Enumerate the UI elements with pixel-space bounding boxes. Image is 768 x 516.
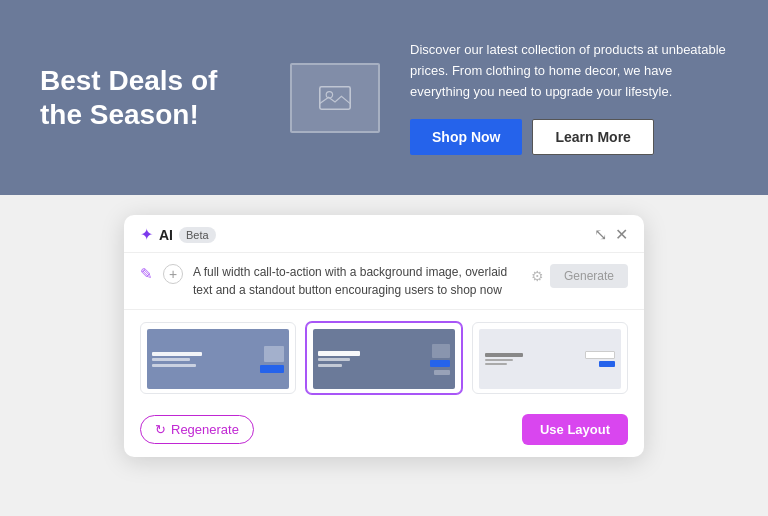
prompt-actions: ⚙ Generate (531, 264, 628, 288)
hero-description: Discover our latest collection of produc… (410, 40, 728, 102)
ai-panel-header: ✦ AI Beta ⤡ ✕ (124, 215, 644, 253)
ai-sparkle-icon: ✦ (140, 225, 153, 244)
hero-right: Discover our latest collection of produc… (410, 40, 728, 154)
minimize-icon[interactable]: ⤡ (594, 227, 607, 243)
ai-label: AI (159, 227, 173, 243)
hero-buttons: Shop Now Learn More (410, 119, 728, 155)
learn-more-button[interactable]: Learn More (532, 119, 653, 155)
regenerate-icon: ↻ (155, 422, 166, 437)
thumbnail-2[interactable] (306, 322, 462, 394)
close-icon[interactable]: ✕ (615, 227, 628, 243)
prompt-row: ✎ + A full width call-to-action with a b… (124, 253, 644, 310)
hero-title: Best Deals of the Season! (40, 64, 260, 131)
panel-footer: ↻ Regenerate Use Layout (124, 406, 644, 457)
svg-point-1 (326, 91, 332, 97)
prompt-text: A full width call-to-action with a backg… (193, 263, 521, 299)
use-layout-button[interactable]: Use Layout (522, 414, 628, 445)
shop-now-button[interactable]: Shop Now (410, 119, 522, 155)
edit-icon: ✎ (140, 265, 153, 283)
regenerate-label: Regenerate (171, 422, 239, 437)
generate-button[interactable]: Generate (550, 264, 628, 288)
ai-panel: ✦ AI Beta ⤡ ✕ ✎ + A full width call-to-a… (124, 215, 644, 457)
regenerate-button[interactable]: ↻ Regenerate (140, 415, 254, 444)
svg-rect-0 (320, 86, 350, 108)
hero-left: Best Deals of the Season! (40, 64, 260, 131)
settings-icon[interactable]: ⚙ (531, 268, 544, 284)
beta-badge: Beta (179, 227, 216, 243)
ai-header-right: ⤡ ✕ (594, 227, 628, 243)
thumbnail-1[interactable] (140, 322, 296, 394)
thumbnail-3[interactable] (472, 322, 628, 394)
hero-banner: Best Deals of the Season! Discover our l… (0, 0, 768, 195)
thumbnails-row (124, 310, 644, 406)
add-icon[interactable]: + (163, 264, 183, 284)
ai-header-left: ✦ AI Beta (140, 225, 216, 244)
hero-image-placeholder (290, 63, 380, 133)
